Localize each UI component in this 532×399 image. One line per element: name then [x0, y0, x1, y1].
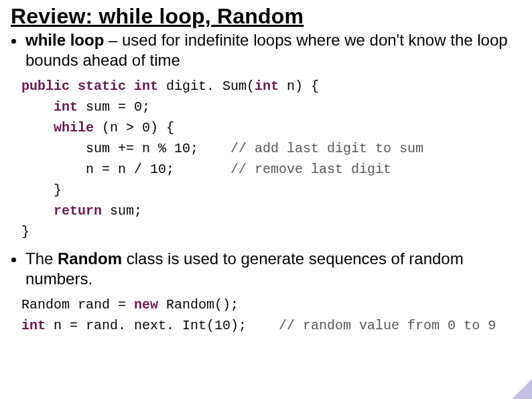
code-text: Random(); — [158, 297, 239, 312]
kw-public-static-int: public static int — [21, 78, 158, 94]
code-text: n = n / 10; — [21, 162, 230, 177]
bullet-list: The Random class is used to generate seq… — [9, 249, 523, 289]
kw-while: while — [54, 120, 94, 135]
code-text — [21, 120, 54, 135]
comment: // remove last digit — [230, 162, 391, 177]
code-block-random: Random rand = new Random(); int n = rand… — [21, 294, 523, 336]
code-text: sum += n % 10; — [21, 141, 230, 156]
kw-int: int — [54, 99, 78, 115]
code-text: n = rand. next. Int(10); — [46, 318, 279, 333]
comment: // add last digit to sum — [230, 141, 423, 156]
code-text: n) { — [279, 78, 319, 94]
bullet-list: while loop – used for indefinite loops w… — [9, 30, 523, 70]
code-text: Random rand = — [21, 297, 134, 312]
code-text: sum = 0; — [78, 99, 150, 115]
code-text: } — [21, 182, 62, 198]
code-text — [21, 99, 54, 115]
bullet-item-random: The Random class is used to generate seq… — [25, 249, 523, 289]
bullet-text: The — [25, 249, 58, 268]
code-text — [21, 203, 54, 219]
slide: Review: while loop, Random while loop – … — [0, 0, 532, 399]
code-block-digitsum: public static int digit. Sum(int n) { in… — [21, 76, 523, 242]
decorative-corner — [512, 379, 532, 399]
bullet-strong: while loop — [25, 31, 104, 49]
comment: // random value from 0 to 9 — [279, 318, 496, 333]
kw-new: new — [134, 297, 158, 312]
kw-return: return — [54, 203, 102, 219]
code-text: digit. Sum( — [158, 78, 255, 94]
code-text: } — [21, 224, 29, 239]
slide-title: Review: while loop, Random — [11, 4, 523, 29]
kw-int: int — [255, 78, 279, 94]
code-text: (n > 0) { — [94, 120, 174, 135]
bullet-item-while: while loop – used for indefinite loops w… — [25, 30, 523, 70]
kw-int: int — [21, 318, 46, 333]
code-text: sum; — [102, 203, 142, 219]
bullet-strong: Random — [58, 249, 122, 268]
